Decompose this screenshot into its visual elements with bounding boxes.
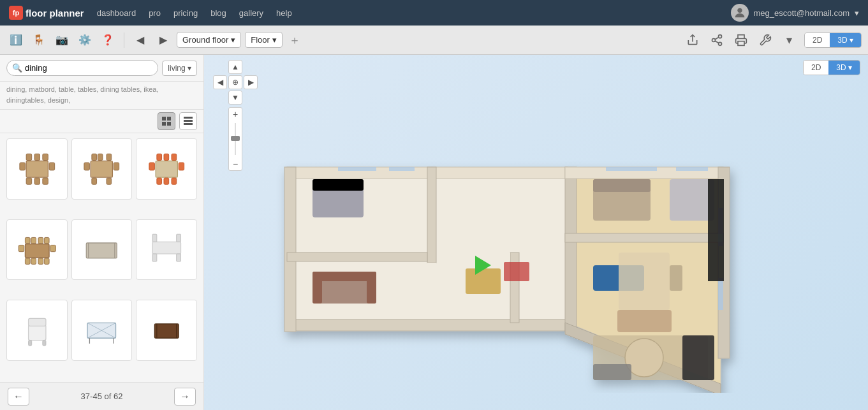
view-toggle: 2D 3D ▾: [804, 33, 862, 48]
ground-floor-dropdown[interactable]: Ground floor ▾: [177, 32, 241, 48]
svg-rect-14: [184, 123, 193, 125]
svg-rect-21: [26, 178, 32, 184]
svg-rect-90: [718, 278, 723, 310]
svg-rect-61: [28, 318, 45, 326]
search-input[interactable]: [25, 63, 152, 73]
svg-rect-99: [466, 268, 501, 294]
svg-rect-77: [565, 167, 577, 332]
pan-left-button[interactable]: ◀: [213, 75, 227, 89]
svg-rect-92: [459, 253, 510, 261]
svg-rect-15: [26, 161, 48, 177]
left-panel: 🔍 living ▾ dining, matbord, table, table…: [0, 55, 204, 410]
canvas-3d-button[interactable]: 3D ▾: [828, 61, 860, 75]
share-export-button[interactable]: [683, 31, 702, 50]
svg-rect-58: [152, 234, 157, 242]
grid-view-button[interactable]: [158, 112, 175, 130]
svg-rect-34: [179, 163, 184, 170]
svg-rect-36: [164, 154, 169, 160]
svg-rect-40: [172, 178, 177, 184]
prev-floor-button[interactable]: ◀: [131, 31, 150, 50]
svg-rect-104: [619, 253, 670, 310]
view-mode-buttons: [0, 110, 203, 133]
prev-page-button[interactable]: ←: [8, 388, 29, 406]
svg-rect-43: [50, 245, 55, 252]
print-button[interactable]: [732, 31, 751, 50]
svg-rect-101: [593, 179, 651, 192]
nav-gallery[interactable]: gallery: [239, 8, 263, 18]
svg-rect-88: [676, 167, 708, 171]
list-view-button[interactable]: [179, 112, 197, 130]
more-button[interactable]: ▾: [780, 31, 799, 50]
settings-button[interactable]: ⚙️: [75, 31, 94, 50]
ground-floor-label: Ground floor: [182, 35, 228, 45]
next-floor-button[interactable]: ▶: [154, 31, 173, 50]
svg-rect-86: [389, 167, 415, 171]
info-button[interactable]: ℹ️: [6, 31, 26, 50]
svg-rect-106: [617, 310, 672, 332]
main-content: 🔍 living ▾ dining, matbord, table, table…: [0, 55, 868, 410]
svg-rect-26: [114, 163, 119, 170]
svg-rect-60: [28, 325, 45, 340]
svg-point-3: [712, 38, 715, 41]
furniture-item-4[interactable]: [6, 219, 68, 281]
ground-floor-arrow: ▾: [231, 35, 235, 45]
add-floor-button[interactable]: ＋: [286, 32, 303, 48]
svg-point-4: [718, 42, 721, 45]
furniture-item-9[interactable]: [136, 300, 197, 361]
furniture-item-6[interactable]: [136, 219, 197, 281]
logo[interactable]: fp floor planner: [9, 6, 84, 20]
view-2d-button[interactable]: 2D: [805, 33, 830, 47]
logo-text: floor planner: [26, 8, 84, 18]
user-dropdown-arrow[interactable]: ▾: [855, 8, 859, 18]
furniture-item-1[interactable]: [6, 138, 68, 200]
pan-up-button[interactable]: ▲: [228, 60, 242, 74]
svg-rect-11: [167, 122, 171, 126]
nav-blog[interactable]: blog: [210, 8, 226, 18]
svg-rect-85: [338, 167, 376, 171]
floor-plan[interactable]: [236, 80, 810, 393]
svg-rect-102: [670, 179, 714, 221]
help-button[interactable]: ❓: [98, 31, 117, 50]
floor-dropdown[interactable]: Floor ▾: [245, 32, 283, 48]
nav-pro[interactable]: pro: [149, 8, 161, 18]
nav-pricing[interactable]: pricing: [173, 8, 198, 18]
furniture-item-7[interactable]: [6, 300, 68, 361]
svg-rect-48: [25, 258, 30, 264]
svg-rect-74: [287, 319, 568, 331]
svg-rect-9: [167, 117, 171, 121]
svg-rect-8: [162, 117, 166, 121]
svg-rect-27: [92, 154, 97, 160]
canvas-area[interactable]: ▲ ◀ ⊕ ▶ ▼ + −: [204, 55, 868, 410]
next-page-button[interactable]: →: [174, 388, 196, 406]
category-dropdown[interactable]: living ▾: [162, 61, 197, 76]
photo-button[interactable]: 📷: [52, 31, 71, 50]
svg-rect-12: [184, 117, 193, 119]
svg-rect-113: [682, 335, 714, 380]
svg-rect-62: [28, 340, 31, 346]
svg-rect-19: [34, 154, 40, 160]
svg-rect-57: [177, 254, 181, 261]
svg-rect-25: [84, 163, 90, 170]
canvas-2d-button[interactable]: 2D: [804, 61, 828, 75]
tools-button[interactable]: [756, 31, 775, 50]
furniture-item-8[interactable]: [71, 300, 133, 361]
furniture-item-2[interactable]: [71, 138, 133, 200]
nav-dashboard[interactable]: dashboard: [97, 8, 136, 18]
view-3d-button[interactable]: 3D ▾: [830, 33, 861, 47]
svg-rect-112: [593, 364, 631, 380]
category-label: living: [168, 64, 185, 73]
furniture-item-3[interactable]: [136, 138, 197, 200]
furniture-button[interactable]: 🪑: [29, 31, 48, 50]
nav-help[interactable]: help: [276, 8, 292, 18]
svg-rect-59: [177, 234, 181, 242]
user-email[interactable]: meg_escott@hotmail.com: [754, 8, 850, 18]
svg-line-5: [715, 41, 719, 43]
svg-rect-52: [86, 243, 117, 258]
user-area: meg_escott@hotmail.com ▾: [731, 4, 859, 22]
svg-rect-107: [708, 179, 724, 281]
canvas-view-toggle: 2D 3D ▾: [803, 60, 860, 75]
svg-rect-97: [313, 272, 322, 304]
search-bar: 🔍 living ▾: [0, 55, 203, 82]
furniture-item-5[interactable]: [71, 219, 133, 281]
share-button[interactable]: [707, 31, 726, 50]
